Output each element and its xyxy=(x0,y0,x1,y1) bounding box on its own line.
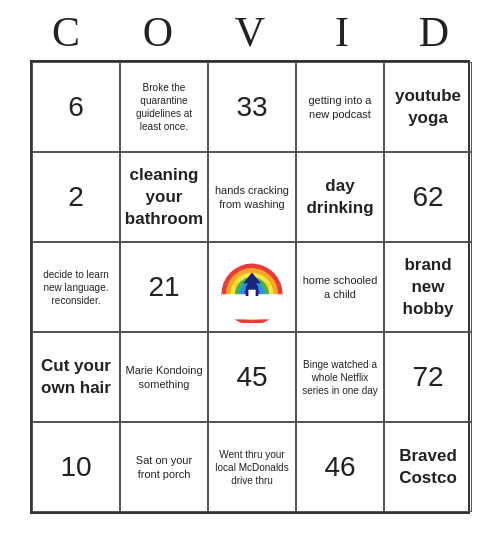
cell-r4c2[interactable]: Went thru your local McDonalds drive thr… xyxy=(208,422,296,512)
title-d: D xyxy=(394,8,474,56)
bingo-title: C O V I D xyxy=(20,0,480,60)
cell-r0c3[interactable]: getting into a new podcast xyxy=(296,62,384,152)
cell-r1c3[interactable]: day drinking xyxy=(296,152,384,242)
svg-point-12 xyxy=(266,283,270,287)
svg-point-11 xyxy=(234,283,238,287)
cell-r3c4[interactable]: 72 xyxy=(384,332,472,422)
title-o: O xyxy=(118,8,198,56)
title-i: I xyxy=(302,8,382,56)
cell-r1c1[interactable]: cleaning your bathroom xyxy=(120,152,208,242)
cell-r2c0[interactable]: decide to learn new language. reconsider… xyxy=(32,242,120,332)
cell-r1c0[interactable]: 2 xyxy=(32,152,120,242)
cell-r4c1[interactable]: Sat on your front porch xyxy=(120,422,208,512)
cell-r2c1[interactable]: 21 xyxy=(120,242,208,332)
cell-r0c4[interactable]: youtube yoga xyxy=(384,62,472,152)
bingo-grid: 6 Broke the quarantine guidelines at lea… xyxy=(30,60,470,514)
cell-r2c2[interactable] xyxy=(208,242,296,332)
title-v: V xyxy=(210,8,290,56)
cell-r4c4[interactable]: Braved Costco xyxy=(384,422,472,512)
cell-r4c3[interactable]: 46 xyxy=(296,422,384,512)
cell-r0c2[interactable]: 33 xyxy=(208,62,296,152)
svg-rect-10 xyxy=(248,290,255,296)
rainbow-icon xyxy=(216,251,288,323)
cell-r3c3[interactable]: Binge watched a whole Netflix series in … xyxy=(296,332,384,422)
cell-r3c1[interactable]: Marie Kondoing something xyxy=(120,332,208,422)
cell-r0c1[interactable]: Broke the quarantine guidelines at least… xyxy=(120,62,208,152)
cell-r4c0[interactable]: 10 xyxy=(32,422,120,512)
cell-r3c2[interactable]: 45 xyxy=(208,332,296,422)
title-c: C xyxy=(26,8,106,56)
cell-r0c0[interactable]: 6 xyxy=(32,62,120,152)
cell-r2c3[interactable]: home schooled a child xyxy=(296,242,384,332)
cell-r3c0[interactable]: Cut your own hair xyxy=(32,332,120,422)
cell-r1c4[interactable]: 62 xyxy=(384,152,472,242)
cell-r1c2[interactable]: hands cracking from washing xyxy=(208,152,296,242)
cell-r2c4[interactable]: brand new hobby xyxy=(384,242,472,332)
